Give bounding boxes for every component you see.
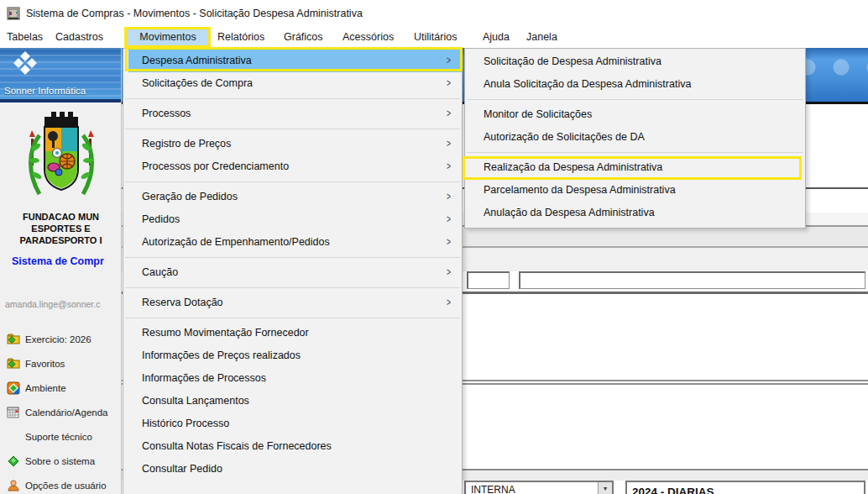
sidebar-item-suporte[interactable]: Suporte técnico — [0, 424, 122, 449]
submenu-item-parcelamento-da-despesa[interactable]: Parcelamento da Despesa Administrativa — [465, 179, 805, 202]
menu-item-label: Solicitação de Despesa Administrativa — [484, 55, 661, 67]
menu-item-label: Consulta Notas Fiscais de Fornecedores — [142, 440, 332, 452]
sidebar-header: Sonner Informática — [0, 48, 122, 102]
menu-item-label: Consulta Lançamentos — [142, 395, 249, 407]
sidebar-item-favoritos[interactable]: Favoritos — [0, 351, 122, 376]
menu-item-informacoes-de-processos[interactable]: Informações de Processos — [123, 367, 462, 390]
submenu-arrow-icon: > — [447, 292, 451, 314]
sidebar-item-calendario[interactable]: Calendário/Agenda — [0, 400, 122, 424]
menu-item-label: Caução — [142, 266, 178, 278]
org-line: ESPORTES E — [0, 223, 122, 234]
sidebar-item-label: Sobre o sistema — [25, 456, 95, 466]
about-diamond-icon — [7, 455, 20, 468]
menubar-item-utilitarios[interactable]: Utilitários — [414, 27, 457, 48]
wide-text-input[interactable] — [519, 271, 865, 289]
menu-item-label: Autorização de Empenhamento/Pedidos — [142, 236, 330, 248]
menu-item-autorizacao-de-empenhamento[interactable]: >Autorização de Empenhamento/Pedidos — [123, 231, 462, 254]
submenu-item-monitor-de-solicitacoes[interactable]: Monitor de Solicitações — [465, 103, 805, 126]
menu-bar: Tabelas Cadastros Movimentos Relatórios … — [0, 27, 868, 48]
menu-separator — [125, 181, 460, 182]
submenu-arrow-icon: > — [447, 155, 451, 178]
combo-dropdown-button[interactable]: ▾ — [598, 482, 612, 494]
menu-item-label: Despesa Administrativa — [142, 55, 252, 66]
menu-item-label: Informações de Processos — [142, 372, 266, 384]
menubar-item-cadastros[interactable]: Cadastros — [55, 27, 103, 48]
menu-item-despesa-administrativa[interactable]: >Despesa Administrativa — [128, 50, 462, 72]
menu-item-reserva-dotacao[interactable]: >Reserva Dotação — [123, 292, 462, 314]
sidebar-item-label: Ambiente — [25, 383, 66, 393]
sidebar-item-sobre[interactable]: Sobre o sistema — [0, 449, 122, 473]
title-bar: Sistema de Compras - Movimentos - Solici… — [0, 0, 868, 27]
sidebar-item-exercicio[interactable]: Exercicio: 2026 — [0, 327, 122, 351]
folder-icon — [7, 333, 20, 346]
submenu-item-autorizacao-de-solicitacoes-de-da[interactable]: Autorização de Solicitações de DA — [465, 126, 805, 149]
submenu-item-realizacao-da-despesa[interactable]: Realização da Despesa Administrativa — [465, 156, 805, 179]
chevron-down-icon: ▾ — [604, 485, 607, 492]
sidebar-item-label: Exercicio: 2026 — [25, 334, 92, 344]
menu-item-label: Processos — [142, 108, 191, 119]
menu-item-resumo-movimentacao-fornecedor[interactable]: Resumo Movimentação Fornecedor — [123, 322, 462, 344]
menu-item-consultar-pedido[interactable]: Consultar Pedido — [123, 458, 462, 481]
ambiente-icon — [7, 381, 20, 395]
menubar-item-graficos[interactable]: Gráficos — [284, 27, 323, 48]
menu-item-processos-por-credenciamento[interactable]: >Processos por Credenciamento — [123, 155, 462, 178]
sidebar-item-opcoes-usuario[interactable]: Opções de usuário — [0, 473, 122, 494]
menu-item-label: Pedidos — [142, 213, 180, 225]
menu-item-consulta-lancamentos[interactable]: Consulta Lançamentos — [123, 390, 462, 413]
menubar-item-tabelas[interactable]: Tabelas — [7, 27, 43, 48]
folder-icon — [7, 357, 20, 370]
municipal-crest-logo — [26, 110, 97, 209]
despesa-administrativa-submenu: Solicitação de Despesa Administrativa An… — [464, 48, 806, 229]
menu-item-consulta-notas-fiscais[interactable]: Consulta Notas Fiscais de Fornecedores — [123, 435, 462, 458]
code-field[interactable]: 2024 - DIARIAS — [625, 481, 865, 494]
submenu-item-solicitacao-da[interactable]: Solicitação de Despesa Administrativa — [465, 50, 805, 73]
menu-separator — [125, 257, 460, 258]
movimentos-dropdown-menu: >Despesa Administrativa >Solicitações de… — [123, 48, 463, 494]
menu-item-label: Resumo Movimentação Fornecedor — [142, 327, 309, 339]
menu-item-geracao-de-pedidos[interactable]: >Geração de Pedidos — [123, 186, 462, 208]
sidebar-item-label: Opções de usuário — [25, 481, 107, 491]
menubar-item-relatorios[interactable]: Relatórios — [217, 27, 264, 48]
sidebar: Sonner Informática — [0, 48, 122, 494]
menu-item-label: Realização da Despesa Administrativa — [484, 161, 662, 173]
menu-item-label: Anulação da Despesa Administrativa — [484, 207, 655, 218]
menu-item-informacoes-de-precos-realizados[interactable]: Informações de Preços realizados — [123, 344, 462, 367]
system-name-label: Sistema de Compr — [12, 255, 104, 267]
menu-item-label: Autorização de Solicitações de DA — [484, 131, 645, 143]
combo-value: INTERNA — [471, 484, 515, 494]
menu-item-registro-de-precos[interactable]: >Registro de Preços — [123, 133, 462, 155]
submenu-arrow-icon: > — [447, 261, 451, 284]
menu-item-pedidos[interactable]: >Pedidos — [123, 208, 462, 231]
menu-item-label: Solicitações de Compra — [142, 77, 253, 89]
menu-item-caucao[interactable]: >Caução — [123, 261, 462, 284]
menu-separator — [125, 318, 460, 318]
menu-separator — [467, 152, 803, 153]
submenu-arrow-icon: > — [447, 208, 451, 231]
submenu-arrow-icon: > — [447, 72, 451, 95]
menu-item-label: Histórico Processo — [142, 418, 229, 429]
submenu-item-anula-solicitacao-da[interactable]: Anula Solicitação da Despesa Administrat… — [465, 73, 805, 96]
tipo-combobox[interactable]: INTERNA ▾ — [464, 481, 614, 494]
menubar-item-movimentos[interactable]: Movimentos — [127, 27, 209, 48]
menu-separator — [125, 129, 460, 129]
menu-item-label: Monitor de Solicitações — [484, 108, 592, 120]
sidebar-menu: Exercicio: 2026 Favoritos Ambiente Calen… — [0, 327, 122, 494]
small-text-input[interactable] — [467, 271, 510, 289]
menu-item-historico-processo[interactable]: Histórico Processo — [123, 413, 462, 435]
brand-label: Sonner Informática — [4, 86, 86, 96]
menubar-item-janela[interactable]: Janela — [526, 27, 557, 48]
submenu-item-anulacao-da-despesa[interactable]: Anulação da Despesa Administrativa — [465, 202, 805, 224]
menu-separator — [467, 99, 803, 100]
org-line: PARADESPORTO I — [0, 234, 122, 246]
menu-item-label: Processos por Credenciamento — [142, 160, 289, 172]
menubar-item-ajuda[interactable]: Ajuda — [483, 27, 510, 48]
menubar-item-acessorios[interactable]: Acessórios — [342, 27, 394, 48]
menu-separator — [125, 287, 460, 288]
organization-name: FUNDACAO MUN ESPORTES E PARADESPORTO I — [0, 211, 122, 246]
org-line: FUNDACAO MUN — [0, 211, 122, 223]
menu-item-solicitacoes-de-compra[interactable]: >Solicitações de Compra — [123, 72, 462, 95]
sidebar-item-ambiente[interactable]: Ambiente — [0, 376, 122, 400]
menu-item-processos[interactable]: >Processos — [123, 102, 462, 125]
submenu-arrow-icon: > — [447, 231, 451, 254]
menu-item-label: Anula Solicitação da Despesa Administrat… — [484, 78, 691, 90]
